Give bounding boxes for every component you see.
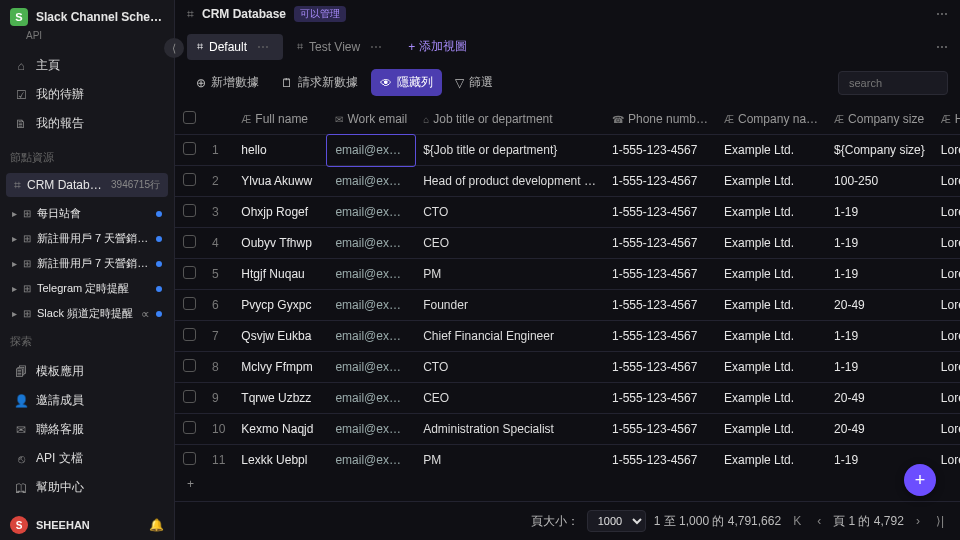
cell-how[interactable]: Lorem sokxo (933, 352, 960, 383)
row-checkbox[interactable] (175, 445, 204, 468)
cell-email[interactable]: email@example… (327, 166, 415, 197)
cell-phone[interactable]: 1-555-123-4567 (604, 321, 716, 352)
sidebar-tree-item[interactable]: ▸⊞Telegram 定時提醒 (4, 276, 170, 301)
cell-size[interactable]: 1-19 (826, 352, 933, 383)
cell-job-title[interactable]: Head of product development … (415, 166, 604, 197)
cell-job-title[interactable]: PM (415, 445, 604, 468)
cell-size[interactable]: 20-49 (826, 290, 933, 321)
column-header[interactable]: ÆHow can c (933, 104, 960, 135)
cell-email[interactable]: email@example… (327, 414, 415, 445)
cell-company[interactable]: Example Ltd. (716, 166, 826, 197)
column-header[interactable]: ÆCompany size (826, 104, 933, 135)
cell-job-title[interactable]: Chief Financial Engineer (415, 321, 604, 352)
cell-size[interactable]: 100-250 (826, 166, 933, 197)
cell-company[interactable]: Example Ltd. (716, 352, 826, 383)
cell-name[interactable]: Lexkk Uebpl (233, 445, 327, 468)
hide-columns-button[interactable]: 👁隱藏列 (371, 69, 442, 96)
cell-name[interactable]: Htgjf Nuqau (233, 259, 327, 290)
cell-phone[interactable]: 1-555-123-4567 (604, 228, 716, 259)
request-data-button[interactable]: 🗒請求新數據 (272, 69, 367, 96)
select-all[interactable] (175, 104, 204, 135)
user-menu[interactable]: S SHEEHAN 🔔 (0, 508, 174, 540)
cell-job-title[interactable]: Administration Specialist (415, 414, 604, 445)
cell-job-title[interactable]: CEO (415, 228, 604, 259)
filter-button[interactable]: ▽篩選 (446, 69, 502, 96)
cell-name[interactable]: Mclvy Ffmpm (233, 352, 327, 383)
cell-size[interactable]: ${Company size} (826, 135, 933, 166)
sidebar-tree-item[interactable]: ▸⊞Slack 頻道定時提醒∝ (4, 301, 170, 326)
cell-size[interactable]: 20-49 (826, 383, 933, 414)
sidebar-footer-item[interactable]: 👤邀請成員 (6, 386, 168, 415)
more-icon[interactable]: ⋯ (936, 40, 948, 54)
cell-phone[interactable]: 1-555-123-4567 (604, 445, 716, 468)
tab-test-view[interactable]: ⌗Test View⋯ (287, 34, 396, 60)
cell-phone[interactable]: 1-555-123-4567 (604, 352, 716, 383)
cell-size[interactable]: 1-19 (826, 259, 933, 290)
cell-job-title[interactable]: CTO (415, 352, 604, 383)
sidebar-tree-item[interactable]: ▸⊞新註冊用戶 7 天營銷郵… (4, 226, 170, 251)
column-header[interactable]: ⌂Job title or department (415, 104, 604, 135)
add-view-button[interactable]: +添加視圖 (400, 32, 475, 61)
cell-email[interactable]: email@example… (327, 228, 415, 259)
cell-job-title[interactable]: CTO (415, 197, 604, 228)
cell-name[interactable]: hello (233, 135, 327, 166)
cell-how[interactable]: Lorem ryqfjl (933, 228, 960, 259)
row-checkbox[interactable] (175, 321, 204, 352)
cell-how[interactable]: Lorem virkw (933, 290, 960, 321)
row-checkbox[interactable] (175, 259, 204, 290)
cell-phone[interactable]: 1-555-123-4567 (604, 197, 716, 228)
table-row[interactable]: 10 Kexmo Naqjd email@example… Administra… (175, 414, 960, 445)
more-icon[interactable]: ⋯ (936, 7, 948, 21)
cell-email[interactable]: email@example… (327, 197, 415, 228)
cell-company[interactable]: Example Ltd. (716, 321, 826, 352)
cell-name[interactable]: Ylvua Akuww (233, 166, 327, 197)
cell-company[interactable]: Example Ltd. (716, 383, 826, 414)
column-header[interactable]: ÆCompany na… (716, 104, 826, 135)
page-size-select[interactable]: 1000 (587, 510, 646, 532)
fab-button[interactable]: + (904, 464, 936, 496)
cell-job-title[interactable]: PM (415, 259, 604, 290)
sidebar-footer-item[interactable]: 🗐模板應用 (6, 357, 168, 386)
column-header[interactable]: ☎Phone numb… (604, 104, 716, 135)
cell-company[interactable]: Example Ltd. (716, 228, 826, 259)
cell-company[interactable]: Example Ltd. (716, 135, 826, 166)
table-row[interactable]: 5 Htgjf Nuqau email@example… PM 1-555-12… (175, 259, 960, 290)
cell-size[interactable]: 1-19 (826, 228, 933, 259)
table-row[interactable]: 1 hello email@example… ${Job title or de… (175, 135, 960, 166)
cell-name[interactable]: Tqrwe Uzbzz (233, 383, 327, 414)
cell-how[interactable]: Lorem oxkso (933, 414, 960, 445)
sidebar-nav-item[interactable]: 🗎我的報告 (6, 109, 168, 138)
cell-email[interactable]: email@example… (327, 383, 415, 414)
tab-menu-icon[interactable]: ⋯ (366, 40, 386, 54)
row-checkbox[interactable] (175, 166, 204, 197)
cell-job-title[interactable]: Founder (415, 290, 604, 321)
cell-size[interactable]: 1-19 (826, 321, 933, 352)
row-checkbox[interactable] (175, 290, 204, 321)
cell-email[interactable]: email@example… (327, 445, 415, 468)
cell-company[interactable]: Example Ltd. (716, 197, 826, 228)
search-input[interactable] (838, 71, 948, 95)
cell-email[interactable]: email@example… (327, 135, 415, 166)
cell-how[interactable]: Lorem txcvt: (933, 166, 960, 197)
tab-menu-icon[interactable]: ⋯ (253, 40, 273, 54)
cell-how[interactable]: Lorem brydo (933, 383, 960, 414)
first-page-button[interactable]: K (789, 514, 805, 528)
table-row[interactable]: 6 Pvycp Gyxpc email@example… Founder 1-5… (175, 290, 960, 321)
cell-name[interactable]: Kexmo Naqjd (233, 414, 327, 445)
cell-how[interactable]: Lorem wgrbv (933, 197, 960, 228)
sidebar-item-crm-database[interactable]: ⌗ CRM Database 3946715行 (6, 173, 168, 197)
cell-email[interactable]: email@example… (327, 321, 415, 352)
sidebar-nav-item[interactable]: ☑我的待辦 (6, 80, 168, 109)
add-row-button[interactable]: + (187, 477, 194, 491)
row-checkbox[interactable] (175, 352, 204, 383)
sidebar-footer-item[interactable]: ⎋API 文檔 (6, 444, 168, 473)
sidebar-tree-item[interactable]: ▸⊞新註冊用戶 7 天營銷郵… (4, 251, 170, 276)
cell-company[interactable]: Example Ltd. (716, 414, 826, 445)
collapse-sidebar-button[interactable]: ⟨ (164, 38, 184, 58)
notification-icon[interactable]: 🔔 (149, 518, 164, 532)
cell-company[interactable]: Example Ltd. (716, 259, 826, 290)
cell-phone[interactable]: 1-555-123-4567 (604, 166, 716, 197)
cell-how[interactable]: Lorem vgzyo (933, 445, 960, 468)
row-checkbox[interactable] (175, 228, 204, 259)
cell-phone[interactable]: 1-555-123-4567 (604, 414, 716, 445)
